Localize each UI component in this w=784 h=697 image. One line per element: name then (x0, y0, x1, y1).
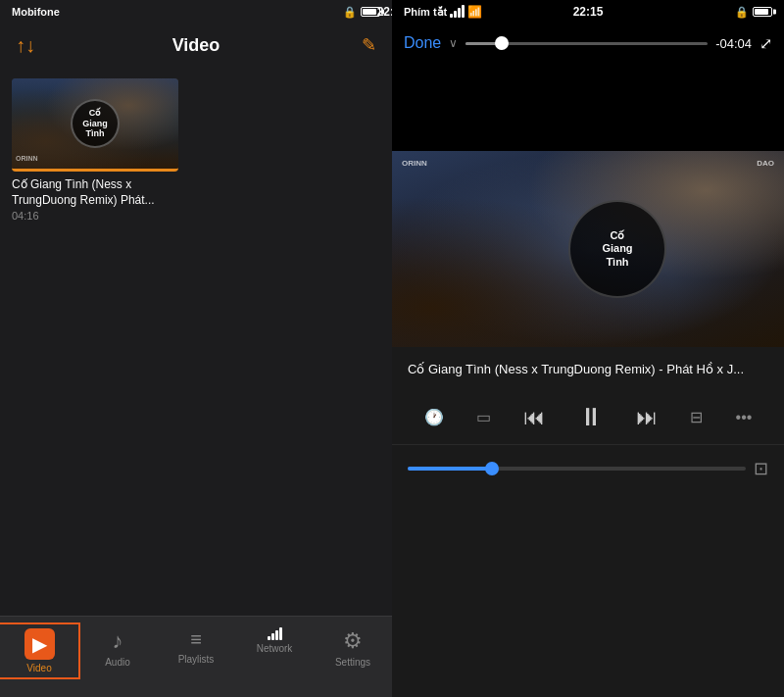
sort-icon[interactable]: ↑↓ (16, 34, 35, 57)
edit-icon[interactable]: ✎ (362, 34, 376, 56)
network-tab-icon (268, 628, 282, 640)
photo-button[interactable]: ⊟ (690, 408, 703, 426)
progress-fill-bottom (408, 467, 492, 471)
time-right: 22:15 (573, 5, 604, 19)
left-panel: Mobifone 22:17 🔒 ↑↓ Video ✎ CốGiangTình … (0, 0, 392, 697)
header-left: ↑↓ Video ✎ (0, 24, 392, 67)
battery-left (361, 7, 380, 17)
lock-icon-right: 🔒 (735, 6, 749, 19)
prev-button[interactable]: ⏮ (523, 405, 545, 430)
tab-video[interactable]: ▶ Video (0, 624, 78, 677)
tab-playlists[interactable]: ≡ Playlists (157, 624, 235, 669)
video-tab-icon-bg: ▶ (24, 628, 55, 660)
signal-icon-right (450, 6, 465, 18)
song-title-area: Cố Giang Tình (Ness x TrungDuong Remix) … (392, 347, 784, 390)
video-item[interactable]: CốGiangTình ORINN Cố Giang Tình (Ness x … (12, 78, 178, 222)
progress-track-bottom[interactable] (408, 467, 746, 471)
settings-tab-label: Settings (335, 657, 370, 668)
progress-track-top[interactable] (466, 42, 708, 45)
status-bar-left: Mobifone 22:17 🔒 (0, 0, 392, 24)
audio-tab-icon: ♪ (113, 628, 123, 654)
chevron-down-icon[interactable]: ∨ (449, 36, 458, 50)
progress-bar-area: ⊡ (392, 445, 784, 492)
right-panel: Phím tắt 📶 22:15 🔒 Done ∨ -04:04 ⤢ (392, 0, 784, 697)
song-title: Cố Giang Tình (Ness x TrungDuong Remix) … (408, 362, 744, 376)
playback-controls: 🕐 ▭ ⏮ ⏸ ⏭ ⊟ ••• (392, 390, 784, 445)
progress-thumb-top (495, 36, 509, 50)
battery-right (753, 7, 772, 17)
progress-thumb-bottom (485, 462, 499, 475)
lock-icon: 🔒 (343, 6, 357, 19)
video-tab-icon: ▶ (32, 633, 47, 655)
remaining-area (392, 492, 784, 697)
tab-bar: ▶ Video ♪ Audio ≡ Playlists Network ⚙ (0, 616, 392, 697)
airplay-right-icon[interactable]: ⊡ (754, 458, 768, 479)
page-title: Video (172, 35, 220, 56)
status-icons-right: 🔒 (735, 6, 772, 19)
video-large-thumbnail[interactable]: ORINN DAO Cố Giang Tình (392, 151, 784, 347)
network-tab-label: Network (257, 643, 293, 654)
thumb-circle: CốGiangTình (71, 99, 120, 148)
next-button[interactable]: ⏭ (636, 405, 658, 430)
circle-text: Cố Giang Tình (602, 229, 632, 269)
playlists-tab-label: Playlists (178, 654, 215, 665)
pause-button[interactable]: ⏸ (578, 402, 604, 432)
playlists-tab-icon: ≡ (190, 628, 202, 651)
status-bar-right: Phím tắt 📶 22:15 🔒 (392, 0, 784, 24)
more-button[interactable]: ••• (736, 409, 753, 426)
player-controls-top: Done ∨ -04:04 ⤢ (392, 24, 784, 63)
carrier-right: Phím tắt (404, 6, 447, 19)
large-logo-right: DAO (757, 159, 774, 168)
screen-button[interactable]: ▭ (476, 408, 491, 426)
carrier-left: Mobifone (12, 6, 60, 18)
thumb-logo-left: ORINN (16, 155, 38, 162)
video-thumbnail[interactable]: CốGiangTình ORINN (12, 78, 178, 172)
large-logo-left: ORINN (402, 159, 427, 168)
audio-tab-label: Audio (105, 657, 130, 668)
large-circle: Cố Giang Tình (568, 200, 666, 298)
tab-network[interactable]: Network (235, 624, 314, 658)
time-remaining: -04:04 (715, 36, 752, 51)
status-icons-left: 🔒 (343, 6, 380, 19)
video-list: CốGiangTình ORINN Cố Giang Tình (Ness x … (0, 67, 392, 616)
video-duration: 04:16 (12, 210, 178, 222)
airplay-top-icon[interactable]: ⤢ (760, 34, 772, 53)
video-black-area (392, 63, 784, 151)
video-title: Cố Giang Tình (Ness x TrungDuong Remix) … (12, 177, 178, 208)
history-button[interactable]: 🕐 (424, 408, 444, 426)
done-button[interactable]: Done (404, 34, 441, 52)
video-tab-label: Video (26, 663, 51, 673)
settings-tab-icon: ⚙ (343, 628, 363, 654)
tab-audio[interactable]: ♪ Audio (78, 624, 157, 672)
tab-settings[interactable]: ⚙ Settings (314, 624, 392, 672)
wifi-icon: 📶 (467, 5, 482, 19)
